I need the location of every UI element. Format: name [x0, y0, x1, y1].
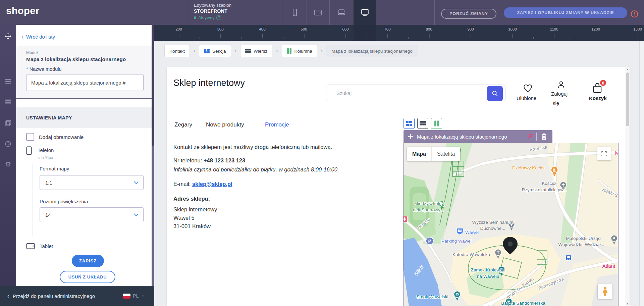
styles-tool-button[interactable] — [0, 137, 16, 151]
ruler-tick-label: 1300 — [633, 27, 642, 31]
editor-scrollbar-gutter[interactable] — [639, 25, 644, 306]
ruler-minor-tick — [325, 37, 325, 39]
layouts-tool-button[interactable] — [0, 116, 16, 131]
login-label-line1[interactable]: Zaloguj — [551, 91, 568, 97]
remove-from-layout-button[interactable]: USUŃ Z UKŁADU — [60, 271, 115, 283]
breadcrumb-module-label: Mapa z lokalizacją sklepu stacjonarnego — [331, 49, 413, 54]
tab-zegary[interactable]: Zegary — [174, 121, 192, 128]
tab-nowe-produkty[interactable]: Nowe produkty — [206, 121, 244, 128]
move-handle-icon[interactable] — [408, 134, 414, 140]
search-icon — [491, 90, 499, 97]
breadcrumb-module[interactable]: Mapa z lokalizacją sklepu stacjonarnego — [326, 45, 418, 57]
address-line: Wawel 5 — [173, 214, 217, 222]
favorites-button[interactable] — [523, 84, 532, 94]
add-border-checkbox[interactable] — [26, 133, 34, 141]
caret-right-icon — [235, 48, 236, 54]
scroll-up-icon[interactable] — [625, 68, 630, 71]
section-grid-icon — [406, 120, 412, 126]
email-link[interactable]: sklep@sklep.pl — [192, 181, 232, 187]
breadcrumb-row[interactable]: Wiersz — [240, 45, 272, 57]
discard-changes-button[interactable]: PORZUĆ ZMIANY — [441, 9, 496, 19]
chevron-down-icon — [134, 181, 139, 184]
login-button[interactable] — [557, 81, 566, 91]
map-label: Atlant — [602, 263, 615, 269]
map-label: Parking Wawel — [441, 239, 472, 244]
map-label: Duchowne... — [480, 226, 505, 231]
add-border-label: Dodaj obramowanie — [39, 134, 84, 140]
move-tool-button[interactable] — [0, 29, 16, 44]
preview-scrollbar-thumb[interactable] — [626, 72, 629, 126]
tablet-group-label: Tablet — [40, 243, 53, 249]
module-name-input[interactable] — [26, 74, 144, 91]
status-text: Aktywny — [198, 15, 214, 20]
move-icon — [4, 32, 12, 40]
login-label-line2[interactable]: się — [553, 100, 559, 106]
caret-right-icon — [321, 48, 323, 54]
help-icon[interactable] — [216, 15, 221, 20]
panel-scrollbar-thumb[interactable] — [152, 25, 154, 146]
fullscreen-button[interactable] — [597, 147, 611, 160]
phone-label: Nr telefonu: — [173, 157, 202, 163]
unpin-icon[interactable] — [527, 133, 534, 141]
chevron-left-icon — [7, 293, 9, 300]
preview-scrollbar[interactable] — [625, 67, 630, 306]
tablet-icon — [26, 243, 35, 249]
shop-title: Sklep internetowy — [173, 78, 245, 88]
zoom-level-value: 14 — [45, 212, 51, 218]
tab-promocje[interactable]: Promocje — [265, 121, 289, 128]
map-format-value: 1:1 — [45, 180, 52, 186]
panel-scrollbar[interactable] — [152, 25, 154, 286]
chevron-left-icon — [21, 34, 23, 40]
medical-icon — [404, 216, 408, 222]
map-label: Międzyszkolny — [414, 201, 444, 206]
pegman-button[interactable] — [598, 284, 612, 299]
tablet-icon — [314, 8, 322, 16]
map-view-button[interactable]: Mapa — [407, 147, 431, 161]
device-tablet-button[interactable] — [307, 0, 329, 25]
ruler-minor-tick — [241, 37, 242, 39]
search-button[interactable] — [487, 86, 503, 101]
indent-guide — [33, 164, 33, 236]
scroll-down-icon[interactable] — [625, 302, 630, 305]
map-format-label: Format mapy — [40, 166, 69, 171]
device-desktop-button[interactable] — [354, 0, 376, 25]
map-type-control: Mapa Satelita — [407, 147, 460, 161]
publish-changes-button[interactable]: ZAPISZ I OPUBLIKUJ ZMIANY W UKŁADZIE — [504, 7, 627, 18]
sections-tool-button[interactable] — [0, 74, 16, 89]
row-layout-button[interactable] — [417, 118, 428, 129]
palette-icon — [4, 140, 12, 148]
breadcrumb-column[interactable]: Kolumna — [282, 45, 317, 57]
google-map[interactable]: P — [404, 143, 618, 306]
go-to-admin-link[interactable]: Przejdź do panelu administracyjnego — [7, 293, 95, 300]
language-switcher[interactable]: PL — [123, 293, 145, 299]
zoom-level-select[interactable]: 14 — [40, 207, 144, 222]
ruler-minor-tick — [450, 37, 450, 39]
device-laptop-button[interactable] — [329, 0, 354, 25]
section-layout-button[interactable] — [404, 118, 415, 129]
chevron-down-icon — [134, 213, 139, 216]
address-block: Sklep internetowyWawel 531-001 Kraków — [173, 205, 217, 231]
rows-tool-button[interactable] — [0, 95, 16, 109]
delete-module-button[interactable] — [540, 133, 548, 142]
ruler-tick-label: 400 — [259, 27, 265, 31]
back-to-list-link[interactable]: Wróć do listy — [21, 34, 55, 40]
breadcrumb-section[interactable]: Sekcja — [199, 45, 231, 57]
favorites-label[interactable]: Ulubione — [517, 95, 536, 101]
phone-icon — [291, 8, 299, 16]
search-input[interactable] — [326, 85, 505, 101]
column-layout-button[interactable] — [431, 118, 442, 129]
warning-icon[interactable] — [631, 10, 638, 17]
module-overlay-bar[interactable]: Mapa z lokalizacją sklepu stacjonarnego — [404, 130, 552, 143]
save-button[interactable]: ZAPISZ — [72, 255, 104, 267]
divider — [536, 133, 537, 141]
map-format-select[interactable]: 1:1 — [40, 175, 144, 190]
phone-icon — [26, 146, 32, 155]
breadcrumb-page[interactable]: Kontakt — [164, 45, 190, 57]
device-phone-button[interactable] — [283, 0, 307, 25]
ruler-tick-label: 800 — [426, 27, 432, 31]
module-label: Moduł — [26, 50, 38, 55]
settings-tool-button[interactable]: ⚙ — [0, 157, 16, 172]
cart-label[interactable]: Koszyk — [589, 95, 607, 101]
module-header-block: Moduł Mapa z lokalizacją sklepu stacjona… — [16, 46, 152, 99]
satellite-view-button[interactable]: Satelita — [431, 147, 460, 161]
